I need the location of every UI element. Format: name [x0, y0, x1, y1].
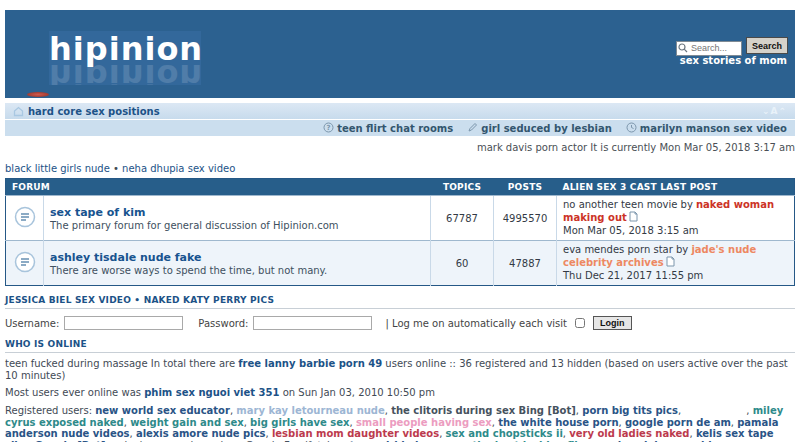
view-latest-post-icon[interactable]	[629, 211, 638, 225]
forum-table: FORUM TOPICS POSTS ALIEN SEX 3 CAST LAST…	[5, 178, 795, 286]
svg-text:?: ?	[327, 124, 331, 132]
spam-link[interactable]: new world sex educator	[95, 405, 230, 416]
username-label: Username:	[5, 318, 59, 329]
spam-link[interactable]: black little girls nude	[5, 163, 110, 174]
nav-item-label: marilyn manson sex video	[640, 123, 787, 134]
spam-link[interactable]: free lanny barbie porn 49	[238, 358, 382, 369]
lastpost-cell: no another teen movie by naked woman mak…	[557, 196, 795, 241]
posts-count: 4995570	[494, 196, 557, 241]
nav-item-chat[interactable]: ? teen flirt chat rooms	[323, 122, 453, 135]
online-summary-line2: Most users ever online was phim sex nguo…	[5, 387, 795, 399]
forum-description: There are worse ways to spend the time, …	[50, 265, 424, 276]
spam-link[interactable]: weight gain and sex	[130, 417, 244, 428]
spam-link[interactable]: mary kay letourneau nude	[236, 405, 385, 416]
column-header-posts: POSTS	[494, 179, 557, 196]
forum-description: The primary forum for general discussion…	[50, 220, 424, 231]
nav-item-faq[interactable]: girl seduced by lesbian	[467, 122, 612, 135]
lastpost-title: eva mendes porn star by	[563, 244, 691, 255]
forum-page: hipinion hipinion Search sex stories of …	[0, 0, 800, 442]
spam-link[interactable]: JESSICA BIEL SEX VIDEO	[5, 295, 131, 305]
text-part: •	[110, 163, 122, 174]
forum-icon-cell	[6, 241, 44, 286]
remember-me-checkbox[interactable]	[575, 318, 585, 328]
question-circle-icon: ?	[323, 122, 334, 135]
spam-link[interactable]: the clitoris during sex Bing [Bot]	[391, 405, 576, 416]
topics-count: 67787	[431, 196, 494, 241]
password-label: Password:	[198, 318, 248, 329]
login-button[interactable]: Login	[593, 316, 632, 330]
breadcrumb-bar: hard core sex positions ⌄A⌃	[5, 103, 795, 120]
posts-count: 47887	[494, 241, 557, 286]
text-part: Most users ever online was	[5, 387, 144, 398]
registered-users-prefix: Registered users:	[5, 405, 95, 416]
spam-link[interactable]: NAKED KATY PERRY PICS	[144, 295, 274, 305]
column-header-topics: TOPICS	[431, 179, 494, 196]
view-latest-post-icon[interactable]	[666, 256, 675, 270]
password-field[interactable]	[253, 316, 372, 330]
spam-link[interactable]: google porn de am	[625, 417, 731, 428]
forum-link[interactable]: ashley tisdale nude fake	[50, 251, 424, 264]
header-red-artifact	[27, 92, 49, 97]
separator: ,	[678, 405, 684, 416]
breadcrumb: hard core sex positions	[13, 102, 160, 121]
forum-topic-icon	[14, 219, 36, 230]
lastpost-time: Mon Mar 05, 2018 3:15 am	[563, 225, 699, 236]
nav-item-label: teen flirt chat rooms	[337, 123, 453, 134]
text-part: teen fucked during massage In total ther…	[5, 358, 238, 369]
spam-link[interactable]: phim sex nguoi viet 351	[144, 387, 279, 398]
clock-icon	[626, 122, 637, 135]
site-logo-reflection: hipinion	[49, 58, 201, 85]
spam-link[interactable]: big girls have sex	[250, 417, 349, 428]
nav-item-label: girl seduced by lesbian	[481, 123, 612, 134]
spam-link[interactable]: neha dhupia sex video	[122, 163, 235, 174]
username-field[interactable]	[64, 316, 183, 330]
forum-name-cell: sex tape of kim The primary forum for ge…	[44, 196, 431, 241]
spam-link[interactable]: sex and chopsticks ii	[446, 428, 563, 439]
forum-icon-cell	[6, 196, 44, 241]
login-form: Username: Password: | Log me on automati…	[5, 316, 795, 330]
spam-link[interactable]: the white house porn	[498, 417, 618, 428]
home-icon	[13, 102, 24, 121]
lastpost-title: no another teen movie by	[563, 199, 696, 210]
spam-link[interactable]: lesbian mom daughter videos	[272, 428, 439, 439]
current-time-line: mark davis porn actor It is currently Mo…	[5, 142, 795, 153]
topics-count: 60	[431, 241, 494, 286]
online-summary-line1: teen fucked during massage In total ther…	[5, 358, 795, 382]
registered-users-names: new world sex educator, mary kay letourn…	[5, 405, 788, 442]
text-part: on Sun Jan 03, 2010 10:50 pm	[279, 387, 434, 398]
header-search-area: Search	[676, 36, 788, 56]
forum-row: ashley tisdale nude fake There are worse…	[6, 241, 795, 286]
search-input-wrap	[676, 36, 742, 56]
site-header: hipinion hipinion Search sex stories of …	[5, 10, 795, 98]
site-logo[interactable]: hipinion hipinion	[49, 31, 201, 85]
spam-link[interactable]: alexis amore nude pics	[136, 428, 266, 439]
lastpost-time: Thu Dec 21, 2017 11:55 pm	[563, 270, 703, 281]
remember-me-label: | Log me on automatically each visit	[385, 318, 567, 329]
spam-link[interactable]: •	[131, 295, 144, 305]
nav-links-bar: ? teen flirt chat rooms girl seduced by …	[5, 120, 795, 136]
search-button[interactable]: Search	[746, 37, 788, 54]
navbar: hard core sex positions ⌄A⌃ ? teen flirt…	[5, 103, 795, 136]
breadcrumb-board-link[interactable]: hard core sex positions	[28, 106, 160, 117]
spam-link[interactable]: porn big tits pics	[582, 405, 678, 416]
registered-users-list: Registered users: new world sex educator…	[5, 405, 795, 442]
spam-link[interactable]: very old ladies naked	[569, 428, 689, 439]
spam-link[interactable]: small people having sex	[356, 417, 492, 428]
forum-topic-icon	[14, 264, 36, 275]
who-is-online-title: WHO IS ONLINE	[5, 339, 795, 353]
lastpost-cell: eva mendes porn star by jade's nude cele…	[557, 241, 795, 286]
forum-link[interactable]: sex tape of kim	[50, 206, 424, 219]
column-header-lastpost: ALIEN SEX 3 CAST LAST POST	[557, 179, 795, 196]
nav-item-login[interactable]: marilyn manson sex video	[626, 122, 787, 135]
forum-table-header-row: FORUM TOPICS POSTS ALIEN SEX 3 CAST LAST…	[6, 179, 795, 196]
login-section-title: JESSICA BIEL SEX VIDEO • NAKED KATY PERR…	[5, 295, 795, 309]
font-size-control[interactable]: ⌄A⌃	[762, 106, 787, 116]
forum-row: sex tape of kim The primary forum for ge…	[6, 196, 795, 241]
column-header-forum: FORUM	[6, 179, 431, 196]
pencil-icon	[467, 122, 478, 135]
header-tagline-link[interactable]: sex stories of mom	[680, 55, 787, 66]
forum-name-cell: ashley tisdale nude fake There are worse…	[44, 241, 431, 286]
board-index-links: black little girls nude • neha dhupia se…	[5, 163, 795, 174]
